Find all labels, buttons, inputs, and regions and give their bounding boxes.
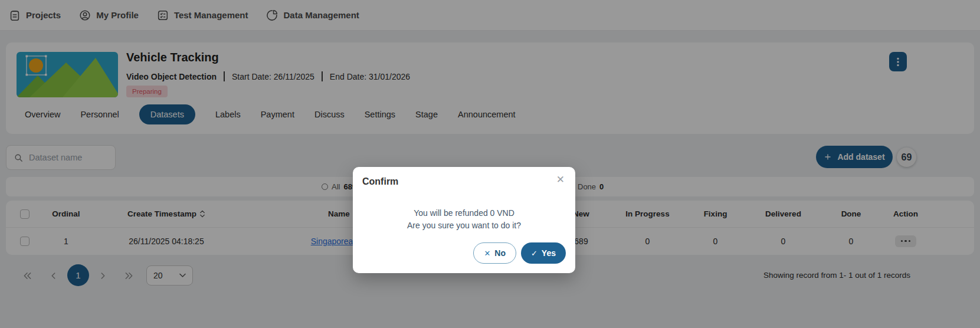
dialog-message-line2: Are you sure you want to do it? — [353, 219, 575, 232]
dialog-message: You will be refunded 0 VND Are you sure … — [353, 207, 575, 232]
dialog-title: Confirm — [362, 176, 398, 187]
dim-overlay — [0, 0, 980, 328]
yes-button[interactable]: ✓ Yes — [521, 242, 566, 264]
confirm-dialog: Confirm ✕ You will be refunded 0 VND Are… — [353, 167, 575, 273]
no-button[interactable]: ✕ No — [473, 242, 516, 264]
close-icon[interactable]: ✕ — [556, 175, 565, 185]
dialog-footer: ✕ No ✓ Yes — [473, 242, 566, 264]
check-icon: ✓ — [531, 249, 537, 258]
dialog-message-line1: You will be refunded 0 VND — [353, 207, 575, 219]
x-icon: ✕ — [484, 249, 490, 258]
